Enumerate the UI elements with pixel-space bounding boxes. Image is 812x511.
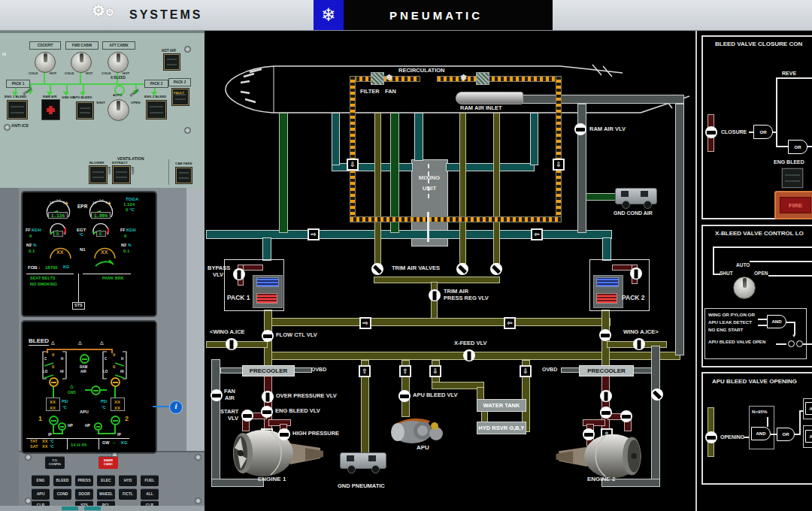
ecp-eng-button[interactable]: ENG	[32, 475, 50, 486]
svg-text:1.4: 1.4	[56, 198, 61, 202]
ecp-apu-button[interactable]: APU	[32, 488, 50, 500]
cab-fans-label: CAB FANS	[175, 162, 192, 165]
xbleed-logic-shut: SHUT	[720, 271, 733, 277]
opening-valve-icon	[705, 431, 717, 443]
ram-air-valve-icon	[574, 123, 586, 135]
closure-valve-icon	[705, 126, 717, 138]
bleed-triangle: △	[51, 340, 55, 345]
snowflake-icon: ❄	[314, 0, 344, 30]
check-valve-icon: ⇩	[429, 365, 441, 377]
tab-pneumatic[interactable]: PNEUMATIC	[389, 10, 483, 21]
ecp-door-button[interactable]: DOOR	[75, 488, 93, 500]
flow-ctl-vlv-label: FLOW CTL VLV	[276, 332, 317, 338]
and-gate: AND	[751, 427, 771, 440]
ecp-all-button[interactable]: ALL	[141, 488, 159, 500]
blower-label: BLOWER	[89, 162, 105, 165]
xbleed-logic-open: OPEN	[754, 271, 768, 277]
pipe	[294, 367, 312, 373]
over-pressure-left-valve-icon	[262, 391, 274, 403]
gnd-pneumatic-truck	[340, 451, 386, 473]
pack2-flow-label: PACK 2	[144, 80, 168, 88]
xbleed-shut-label: SHUT	[96, 101, 105, 104]
ecp-wheel-button[interactable]: WHEEL	[97, 488, 115, 500]
and-gate: AND	[767, 315, 786, 328]
blower-button[interactable]	[89, 166, 107, 183]
svg-text:1.4: 1.4	[99, 198, 104, 202]
check-valve-icon: ⇩	[347, 159, 359, 171]
ecp-elec-button[interactable]: ELEC	[97, 475, 115, 486]
eng2-bleed-button[interactable]	[147, 101, 166, 119]
fwd-cabin-temp-label: FWD CABIN	[65, 41, 98, 50]
aft-cabin-temp-knob[interactable]	[108, 52, 129, 73]
extract-button[interactable]	[113, 166, 130, 183]
check-valve-icon: ⇦	[504, 317, 516, 329]
x-feed-vlv-label: X-FEED VLV	[454, 340, 487, 346]
or-gate: OR	[777, 428, 795, 441]
ecp-fuel-button[interactable]: FUEL	[141, 475, 159, 486]
memo-no-smoking: NO SMOKING	[30, 283, 57, 287]
fan-icon: ❄	[460, 74, 467, 82]
apu-bleed-button[interactable]	[77, 102, 93, 119]
cockpit-temp-label: COCKPIT	[29, 41, 61, 50]
fob-label: FOB :	[28, 265, 40, 270]
mixing-unit-label: MIXING	[413, 175, 446, 181]
engine1-label: ENGINE 1	[258, 476, 286, 482]
epr-label: EPR	[77, 204, 87, 210]
emer-canc-button[interactable]: EMERCANC	[98, 456, 118, 469]
cab-fans-button[interactable]	[176, 168, 192, 183]
eng2-bleed-valve-ecam-icon	[111, 416, 120, 425]
memo-seat-belts: SEAT BELTS	[30, 277, 55, 281]
aft-cabin-temp-label: AFT CABIN	[102, 41, 135, 50]
pipe	[675, 104, 684, 355]
pipe	[584, 193, 617, 201]
gnd-triangle: △	[70, 384, 74, 389]
ram-air-guarded-button[interactable]	[41, 99, 60, 120]
fwd-cabin-temp-knob[interactable]	[71, 52, 92, 73]
apu-opening-logic-title: APU BLEED VALVE OPENING	[712, 379, 797, 385]
pack2-fault-label: PACK 2	[168, 78, 191, 86]
hyd-rsvr: HYD RSVR G,B,Y	[477, 422, 526, 434]
apu-image	[389, 413, 448, 445]
pack1-bypass-valve-icon	[233, 268, 245, 280]
ram-air-valve-ecam-icon	[80, 354, 89, 364]
info-icon[interactable]: i	[169, 401, 183, 414]
fire-button[interactable]: FIRE	[774, 191, 812, 219]
fan-label: FAN	[385, 89, 396, 95]
tab-systems[interactable]: SYSTEMS	[129, 9, 202, 21]
pipe	[493, 113, 500, 264]
cockpit-temp-knob[interactable]	[35, 52, 56, 73]
ecp-press-button[interactable]: PRESS	[75, 475, 93, 486]
pipe	[414, 113, 423, 161]
pipe	[561, 367, 580, 373]
pipe	[517, 95, 684, 104]
eng-bleed-logic-label: ENG BLEED	[774, 159, 804, 165]
check-valve-icon: ⇦	[531, 228, 543, 240]
ecp-bleed-button[interactable]: BLEED	[53, 475, 71, 486]
pipe	[211, 359, 220, 487]
hot-air-button[interactable]	[164, 54, 180, 70]
check-valve-icon: ⇨	[308, 228, 320, 240]
pack2-fault-light: FAULT	[174, 92, 184, 95]
eng1-bleed-button[interactable]	[8, 101, 27, 119]
svg-text:1.6: 1.6	[63, 201, 68, 204]
ecp-hyd-button[interactable]: HYD	[119, 475, 137, 486]
blower-auto-label: AUTO	[107, 167, 110, 174]
info-callout-line	[153, 406, 169, 407]
check-valve-icon: ⇧	[399, 365, 411, 377]
memo-park-brk: PARK BRK	[102, 277, 124, 281]
closure-label: CLOSURE	[721, 129, 747, 135]
pack1-hot-coil	[256, 293, 277, 304]
pack1-label: PACK 1	[227, 295, 250, 301]
xbleed-rotary-knob[interactable]	[108, 99, 129, 121]
eng1-bleed-valve-ecam-icon	[49, 416, 59, 425]
cold-label: COLD	[102, 72, 111, 75]
trim-air-valve-icon	[456, 263, 468, 275]
hot-label: HOT	[123, 72, 129, 75]
arrow-down: ▼	[792, 334, 796, 338]
wing-aice-left-label: <WING A.ICE	[210, 329, 245, 335]
precooler-left: PRECOOLER	[242, 365, 295, 376]
toga-label: TOGA	[126, 197, 138, 201]
to-config-button[interactable]: T.O.CONFIG	[45, 456, 65, 469]
ecp-cond-button[interactable]: COND	[53, 488, 71, 500]
ecp-fctl-button[interactable]: F/CTL	[119, 488, 137, 500]
